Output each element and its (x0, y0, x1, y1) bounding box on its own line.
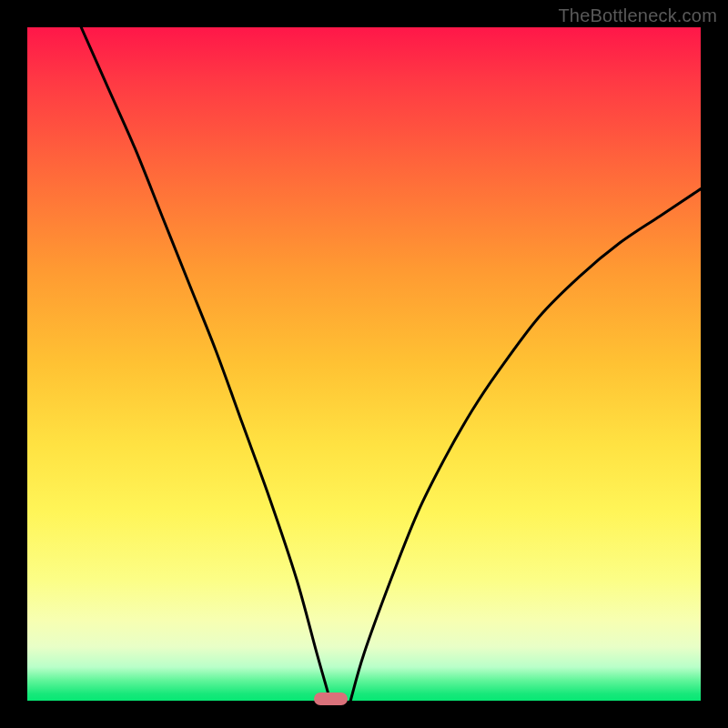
chart-frame: TheBottleneck.com (0, 0, 728, 728)
bottleneck-curve (27, 27, 701, 701)
curve-right-branch (350, 189, 701, 701)
curve-left-branch (81, 27, 330, 701)
minimum-marker (314, 693, 348, 706)
plot-area (27, 27, 701, 701)
watermark-text: TheBottleneck.com (558, 5, 717, 26)
